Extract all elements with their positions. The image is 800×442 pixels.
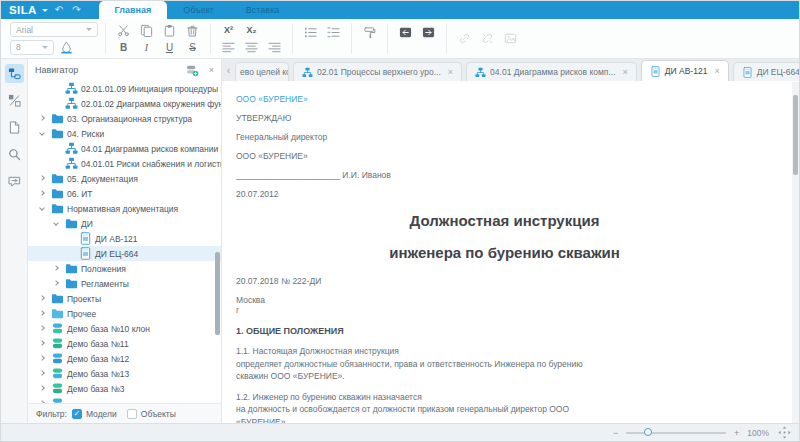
tree-item[interactable]: 02.01.02 Диаграмма окружения функции Сн bbox=[28, 96, 221, 111]
model-objects-icon[interactable] bbox=[5, 91, 24, 110]
format-painter-icon[interactable] bbox=[359, 24, 380, 40]
comments-icon[interactable] bbox=[5, 172, 24, 191]
chevron-right-icon[interactable] bbox=[35, 372, 48, 375]
checkbox-unchecked[interactable] bbox=[127, 409, 137, 419]
copy-icon[interactable] bbox=[136, 22, 157, 38]
document-page[interactable]: ООО «БУРЕНИЕ»УТВЕРЖДАЮГенеральный директ… bbox=[222, 81, 799, 423]
tree-item[interactable]: 03. Организационная структура bbox=[28, 111, 221, 126]
strikethrough-button[interactable]: S bbox=[182, 42, 203, 53]
tree-item[interactable]: Демо база №11 bbox=[28, 336, 221, 351]
indent-increase-icon[interactable] bbox=[418, 24, 439, 40]
tree-item-label: Проекты bbox=[67, 294, 101, 304]
zoom-out-button[interactable]: − bbox=[613, 428, 618, 438]
chevron-right-icon[interactable] bbox=[35, 387, 48, 390]
italic-button[interactable]: I bbox=[136, 42, 157, 53]
tree-item[interactable]: Демо база №12 bbox=[28, 351, 221, 366]
paste-icon[interactable] bbox=[159, 22, 180, 38]
chevron-right-icon[interactable] bbox=[49, 282, 62, 285]
navigator-tree-icon[interactable] bbox=[5, 64, 24, 83]
tree-item[interactable]: 06. ИТ bbox=[28, 186, 221, 201]
delete-icon[interactable] bbox=[182, 22, 203, 38]
ribbon-tab-Объект[interactable]: Объект bbox=[167, 1, 230, 19]
close-icon[interactable]: × bbox=[209, 65, 214, 75]
navigator-scrollbar[interactable] bbox=[215, 81, 220, 403]
font-family-select[interactable]: Arial bbox=[10, 22, 98, 37]
tree-item[interactable]: 04.01 Диаграмма рисков компании [Диагра bbox=[28, 141, 221, 156]
chevron-right-icon[interactable] bbox=[35, 117, 48, 120]
doc-tab[interactable]: ДИ ЕЦ-664× bbox=[733, 62, 799, 81]
chevron-right-icon[interactable] bbox=[35, 342, 48, 345]
tree-item[interactable]: Демо база №10 клон bbox=[28, 321, 221, 336]
search-icon[interactable] bbox=[5, 145, 24, 164]
tree-item[interactable]: Регламенты bbox=[28, 276, 221, 291]
chevron-right-icon[interactable] bbox=[49, 267, 62, 270]
undo-icon[interactable]: ↶ bbox=[53, 5, 65, 15]
tree-item[interactable]: ДИ ЕЦ-664 bbox=[28, 246, 221, 261]
tree-item[interactable]: Нормативная документация bbox=[28, 201, 221, 216]
zoom-slider-handle[interactable] bbox=[644, 428, 652, 436]
scrollbar-thumb[interactable] bbox=[215, 252, 220, 336]
superscript-button[interactable]: X² bbox=[218, 25, 239, 35]
align-left-icon[interactable] bbox=[218, 39, 239, 55]
chevron-down-icon[interactable] bbox=[35, 133, 48, 135]
underline-button[interactable]: U bbox=[159, 42, 180, 53]
tree-item[interactable]: Проекты bbox=[28, 291, 221, 306]
checkbox-checked[interactable]: ✓ bbox=[72, 409, 82, 419]
tree-item[interactable]: 04.01.01 Риски снабжения и логистики [Ди… bbox=[28, 156, 221, 171]
numbered-list-icon[interactable] bbox=[323, 24, 344, 40]
doc-text-line: 1.1. Настоящая Должностная инструкция bbox=[236, 345, 773, 358]
scrollbar-thumb[interactable] bbox=[793, 95, 798, 175]
ribbon-tab-Вставка[interactable]: Вставка bbox=[230, 1, 295, 19]
unlink-icon[interactable] bbox=[477, 31, 498, 47]
subscript-button[interactable]: X₂ bbox=[241, 25, 262, 35]
tree-item[interactable]: 05. Документация bbox=[28, 171, 221, 186]
doc-tab[interactable]: ево целей компании× bbox=[235, 62, 289, 81]
doc-tab[interactable]: ДИ АВ-121× bbox=[641, 60, 729, 81]
zoom-slider[interactable] bbox=[626, 432, 726, 434]
tree-item[interactable]: Положения bbox=[28, 261, 221, 276]
fit-view-icon[interactable] bbox=[777, 425, 791, 441]
close-icon[interactable]: × bbox=[714, 66, 719, 76]
align-right-icon[interactable] bbox=[264, 39, 285, 55]
tree-item[interactable]: ДИ АВ-121 bbox=[28, 231, 221, 246]
close-icon[interactable]: × bbox=[623, 67, 628, 77]
link-icon[interactable] bbox=[454, 31, 475, 47]
tree-item[interactable]: ДИ bbox=[28, 216, 221, 231]
tree-item[interactable]: Демо база №13 bbox=[28, 366, 221, 381]
indent-decrease-icon[interactable] bbox=[395, 24, 416, 40]
chevron-right-icon[interactable] bbox=[35, 312, 48, 315]
document-scrollbar[interactable] bbox=[792, 82, 799, 423]
fill-color-icon[interactable] bbox=[56, 39, 77, 55]
chevron-right-icon[interactable] bbox=[35, 357, 48, 360]
chevron-right-icon[interactable] bbox=[35, 192, 48, 195]
tree-item[interactable]: Прочее bbox=[28, 306, 221, 321]
font-size-select[interactable]: 8 bbox=[10, 40, 54, 55]
chevron-down-icon[interactable] bbox=[35, 208, 48, 210]
tab-scroll-left-button[interactable]: ‹ bbox=[222, 59, 235, 81]
chevron-right-icon[interactable] bbox=[35, 177, 48, 180]
tree-item[interactable]: Демо база №3 bbox=[28, 381, 221, 396]
doc-link[interactable]: ООО «БУРЕНИЕ» bbox=[236, 94, 773, 104]
add-database-icon[interactable] bbox=[182, 62, 203, 78]
align-center-icon[interactable] bbox=[241, 39, 262, 55]
chevron-right-icon[interactable] bbox=[35, 327, 48, 330]
chevron-right-icon[interactable] bbox=[35, 297, 48, 300]
zoom-in-button[interactable]: + bbox=[734, 428, 739, 438]
bullet-list-icon[interactable] bbox=[300, 24, 321, 40]
tree-item[interactable]: 04. Риски bbox=[28, 126, 221, 141]
bold-button[interactable]: B bbox=[113, 42, 134, 53]
tree-item[interactable]: 02.01.01.09 Инициация процедуры закупок bbox=[28, 81, 221, 96]
chevron-right-icon[interactable] bbox=[35, 402, 48, 403]
insert-image-icon[interactable] bbox=[500, 31, 521, 47]
db-icon bbox=[51, 322, 64, 335]
tree-item[interactable] bbox=[28, 396, 221, 403]
close-icon[interactable]: × bbox=[448, 67, 453, 77]
redo-icon[interactable]: ↷ bbox=[70, 5, 82, 15]
ribbon-tab-Главная[interactable]: Главная bbox=[99, 1, 168, 19]
chevron-down-icon[interactable] bbox=[49, 223, 62, 225]
app-menu-chevron-down-icon[interactable] bbox=[42, 9, 48, 15]
cut-icon[interactable] bbox=[113, 22, 134, 38]
doc-tab[interactable]: 02.01 Процессы верхнего уро...× bbox=[293, 62, 462, 81]
document-icon[interactable] bbox=[5, 118, 24, 137]
doc-tab[interactable]: 04.01 Диаграмма рисков комп...× bbox=[466, 62, 637, 81]
